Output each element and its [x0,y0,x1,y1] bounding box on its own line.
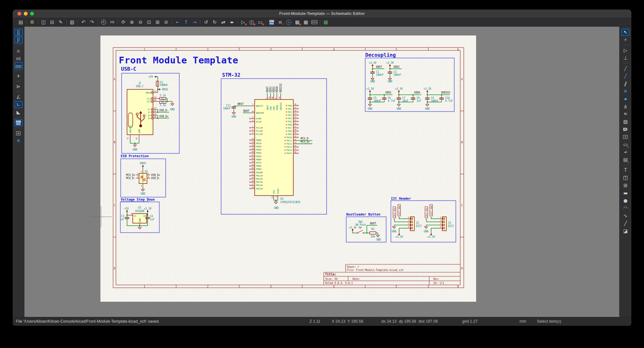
hier-label[interactable]: I2C2_SDA [430,205,433,216]
grid-visibility-icon[interactable]: ⣿ [15,29,22,36]
titleblock-sheet[interactable]: Sheet: / [347,266,359,268]
pin-name[interactable]: VDD [270,106,272,110]
pin-name[interactable]: VSSA [277,188,279,194]
pin-name[interactable]: PC14 [256,130,261,132]
pin-number[interactable]: 1 [440,216,441,218]
pin-name[interactable]: VBAT [266,105,269,110]
usb-ref[interactable]: J1 [138,82,141,85]
pin-number[interactable]: A6 [154,113,156,115]
i2c-section-title[interactable]: I2C Header [391,197,411,200]
frame-column[interactable]: 5 [396,48,397,51]
pin-name[interactable]: PB0 [256,139,260,142]
pin-number[interactable]: 3 [137,176,138,178]
zoom-objects-icon[interactable]: ⊘ [162,19,170,26]
pin-name[interactable]: PA8 [288,130,292,132]
pin-name[interactable]: PB13 [256,181,261,184]
pin-number[interactable]: 13 [294,113,296,115]
pin-name[interactable]: NRST [256,105,262,107]
pin-name[interactable]: VI [134,215,136,217]
pin-number[interactable]: 28 [252,186,254,188]
vbus-label[interactable]: VBUS [162,88,168,91]
cap-ref[interactable]: C11 [226,104,231,107]
frame-column[interactable]: 1 [144,48,145,51]
pin-name[interactable]: PB14 [256,184,261,187]
titleblock-generator[interactable]: KiCad E.D.A. 9.0.1 [325,282,353,285]
r1-value[interactable]: 5.1k [160,94,166,97]
titleblock-id[interactable]: Id: 1/1 [433,282,444,285]
frame-column[interactable]: 5 [396,285,397,288]
pin-number[interactable]: 37 [294,148,296,150]
pin-number[interactable]: 38 [294,151,296,153]
hier-label[interactable]: I2C1_SDA [398,205,401,216]
pin-number[interactable]: S1 [126,137,129,139]
pin-number[interactable]: A4 [154,90,156,92]
table-icon[interactable]: ⊞ [622,182,629,189]
frame-column[interactable]: 2 [207,285,209,288]
power-label[interactable]: +3.3V [369,61,376,64]
bus-entry-icon[interactable]: ∥ [622,80,629,87]
rectangle-icon[interactable]: ▬ [622,190,629,197]
arc-icon[interactable]: ◠ [622,205,629,212]
pin-name[interactable]: BOOT0 [256,112,263,114]
titleblock-rev[interactable]: Rev: [433,278,439,280]
pin-number[interactable]: 44 [252,110,254,113]
frame-column[interactable]: 1 [144,285,145,288]
pin-name[interactable]: VDDA [276,105,278,110]
cap-value[interactable]: 4.7uF [388,100,395,102]
pin-number[interactable]: 9 [274,98,277,99]
pcb-editor-icon[interactable]: ▩ [322,19,330,26]
highlight-net-icon[interactable]: ⚡ [622,36,629,43]
pin-number[interactable]: 39 [252,147,254,150]
paste-icon[interactable]: ▥ [68,19,76,26]
hierarchy-navigator-icon[interactable]: ≡ [15,130,22,137]
zoom-out-icon[interactable]: ⊖ [137,19,144,26]
zoom-fit-icon[interactable]: ⊡ [145,19,153,26]
r2-value[interactable]: 5.1k [160,104,166,107]
frame-row[interactable]: C [114,204,115,207]
cap-ref[interactable]: C10 [445,97,450,100]
hier-label[interactable]: I2C2_SCL [425,207,428,218]
pin-number[interactable]: 19 [252,141,254,143]
circle-icon[interactable]: ● [622,197,629,204]
pin-name[interactable]: PB4 [256,152,260,154]
net-label[interactable]: USB_D- [159,109,169,112]
pin-name[interactable]: PA3 [288,114,292,117]
status-units[interactable]: mm [520,319,526,324]
schematic-setup-icon[interactable]: ⚙ [28,19,36,26]
frame-row[interactable]: D [461,267,463,270]
power-label[interactable]: +3.3V [366,87,374,90]
frame-row[interactable]: B [114,141,115,144]
pin-number[interactable]: 34 [294,145,296,147]
print-icon[interactable]: ⊟ [48,19,56,26]
net-label[interactable]: BOOT [370,222,376,225]
pin-name[interactable]: PB9 [256,168,260,171]
power-label[interactable]: +3.3V [395,235,403,238]
connector-value[interactable]: I2C1 [416,225,422,228]
net-label[interactable]: VDDIO2 [441,91,450,94]
net-label[interactable]: NRST [238,103,244,106]
pin-number[interactable]: 3 [440,222,441,225]
pin-name[interactable]: PB11 [256,175,261,177]
pin-number[interactable]: 23 [271,196,273,199]
erc-icon[interactable]: ≡ [276,19,284,26]
frame-column[interactable]: 3 [270,48,272,51]
pin-number[interactable]: 1 [265,98,267,99]
gnd-label[interactable]: GND [232,115,236,118]
mirror-horizontal-icon[interactable]: ◀▶ [228,19,236,26]
pin-number[interactable]: 5 [141,171,142,173]
pin-number[interactable]: 12 [294,109,296,112]
pin-number[interactable]: 43 [252,160,254,162]
pin-number[interactable]: 31 [294,135,296,137]
pin-number[interactable]: 14 [294,116,296,118]
pin-name[interactable]: SHIELD [129,125,132,133]
pin-number[interactable]: 11 [294,106,296,108]
usb-section-title[interactable]: USB-C [121,66,136,72]
status-grid[interactable]: grid 1.27 [462,319,478,324]
add-sheet-icon[interactable]: ▭ [622,141,629,148]
pin-number[interactable]: 4 [148,176,149,178]
pin-number[interactable]: 18 [252,138,254,140]
pin-name[interactable]: GND [139,218,141,222]
net-label[interactable]: VBAT [376,66,382,68]
pin-number[interactable]: 40 [252,151,254,153]
decoupling-section-title[interactable]: Decoupling [365,52,396,58]
